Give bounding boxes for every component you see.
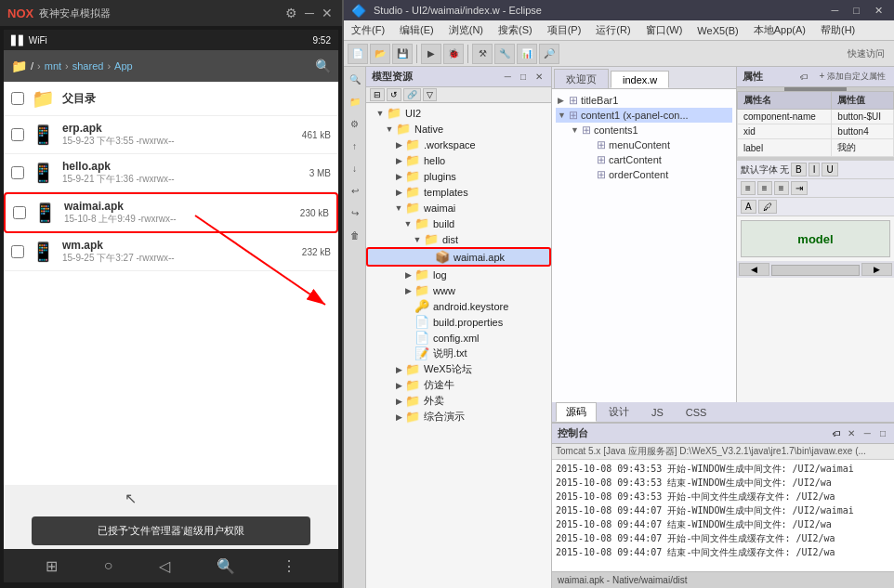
tree-toggle-www[interactable]: ▶ xyxy=(403,286,413,295)
tb-open[interactable]: 📂 xyxy=(370,44,390,64)
tree-item-dist[interactable]: ▼ 📁 dist xyxy=(366,231,551,247)
add-property-button[interactable]: + 添加自定义属性 xyxy=(816,70,888,84)
file-item-hello[interactable]: 📱 hello.apk 15-9-21 下午1:36 -rwxrwx-- 3 M… xyxy=(4,154,338,192)
sidebar-back-icon[interactable]: ↩ xyxy=(347,182,363,199)
sidebar-nav2-icon[interactable]: ↓ xyxy=(347,160,363,176)
tab-source[interactable]: 源码 xyxy=(556,402,597,422)
eclipse-close[interactable]: ✕ xyxy=(871,5,887,17)
back-button[interactable]: ○ xyxy=(104,557,113,574)
pe-collapse-all[interactable]: ⊟ xyxy=(370,88,385,101)
nav-scrollbar[interactable] xyxy=(771,265,860,276)
tree-toggle-log[interactable]: ▶ xyxy=(403,270,413,280)
menu-localapp[interactable]: 本地App(A) xyxy=(746,21,813,39)
menu-edit[interactable]: 编辑(E) xyxy=(392,21,441,39)
tree-toggle-ui2[interactable]: ▼ xyxy=(375,109,385,118)
tree-toggle-plugins[interactable]: ▶ xyxy=(394,172,403,181)
tb-save[interactable]: 💾 xyxy=(392,44,413,64)
tree-toggle-dist[interactable]: ▼ xyxy=(413,235,422,244)
eclipse-maximize[interactable]: □ xyxy=(849,5,863,16)
tree-item-waimai-apk[interactable]: 📦 waimai.apk xyxy=(366,247,551,267)
minimize-icon[interactable]: ─ xyxy=(303,4,316,22)
xml-node-menucontent[interactable]: ⊞ menuContent xyxy=(556,137,732,152)
prop-row-label[interactable]: label 我的 xyxy=(738,139,894,157)
tree-item-forum[interactable]: ▶ 📁 WeX5论坛 xyxy=(366,361,551,377)
tree-item-www[interactable]: ▶ 📁 www xyxy=(366,282,551,298)
tree-item-config[interactable]: 📄 config.xml xyxy=(366,330,551,346)
menu-browse[interactable]: 浏览(N) xyxy=(441,21,491,39)
fm-mnt[interactable]: mnt xyxy=(45,60,61,72)
tree-item-keystore[interactable]: 🔑 android.keystore xyxy=(366,298,551,314)
xml-node-ordercontent[interactable]: ⊞ orderContent xyxy=(556,167,732,182)
bold-button[interactable]: B xyxy=(791,163,807,176)
tree-toggle-waimai[interactable]: ▼ xyxy=(394,203,403,213)
tree-toggle-forum[interactable]: ▶ xyxy=(394,365,403,374)
file-checkbox-waimai[interactable] xyxy=(13,206,26,219)
menu-run[interactable]: 运行(R) xyxy=(588,21,638,39)
tab-css[interactable]: CSS xyxy=(676,404,717,421)
tab-welcome[interactable]: 欢迎页 xyxy=(554,69,609,88)
tree-root-ui2[interactable]: ▼ 📁 UI2 xyxy=(366,105,551,121)
tb-debug[interactable]: 🐞 xyxy=(443,44,464,64)
menu-button[interactable]: ⋮ xyxy=(282,557,296,575)
align-left[interactable]: ≡ xyxy=(741,181,756,195)
console-clear-btn[interactable]: ✕ xyxy=(845,427,858,439)
align-right[interactable]: ≡ xyxy=(774,181,789,195)
tb-new[interactable]: 📄 xyxy=(348,44,368,64)
menu-file[interactable]: 文件(F) xyxy=(344,21,392,39)
file-checkbox-parent[interactable] xyxy=(11,92,24,105)
tb-btn5[interactable]: 📊 xyxy=(517,44,537,64)
search-button[interactable]: 🔍 xyxy=(217,557,235,575)
xml-node-contents1[interactable]: ▼ ⊞ contents1 xyxy=(556,123,732,137)
tree-item-waimai2[interactable]: ▶ 📁 外卖 xyxy=(366,393,551,409)
recent-button[interactable]: ◁ xyxy=(159,557,170,575)
sidebar-search-icon[interactable]: 🔍 xyxy=(347,71,363,87)
xml-node-content1[interactable]: ▼ ⊞ content1 (x-panel-con... xyxy=(556,108,732,123)
indent-btn[interactable]: ⇥ xyxy=(791,181,808,195)
tb-btn3[interactable]: ⚒ xyxy=(472,44,493,64)
eclipse-minimize[interactable]: ─ xyxy=(828,5,843,16)
italic-button[interactable]: I xyxy=(809,163,821,176)
underline-button[interactable]: U xyxy=(822,163,837,176)
home-button[interactable]: ⊞ xyxy=(46,557,58,575)
menu-search[interactable]: 搜索(S) xyxy=(491,21,540,39)
file-checkbox-wm[interactable] xyxy=(11,245,24,258)
align-center[interactable]: ≡ xyxy=(757,181,772,195)
tb-btn6[interactable]: 🔎 xyxy=(539,44,559,64)
pe-close[interactable]: ✕ xyxy=(532,71,546,83)
tb-btn4[interactable]: 🔧 xyxy=(494,44,515,64)
settings-icon[interactable]: ⚙ xyxy=(283,4,299,22)
highlight-btn[interactable]: 🖊 xyxy=(758,200,777,214)
tree-item-templates[interactable]: ▶ 📁 templates xyxy=(366,184,551,200)
menu-window[interactable]: 窗口(W) xyxy=(638,21,690,39)
tree-item-waimai[interactable]: ▼ 📁 waimai xyxy=(366,200,551,216)
tree-toggle-waimai2[interactable]: ▶ xyxy=(394,397,403,406)
xml-node-cartcontent[interactable]: ⊞ cartContent xyxy=(556,152,732,167)
tree-item-readme[interactable]: 📝 说明.txt xyxy=(366,346,551,361)
tree-toggle-zonghe[interactable]: ▶ xyxy=(394,412,403,422)
menu-wex5[interactable]: WeX5(B) xyxy=(690,23,745,38)
menu-help[interactable]: 帮助(H) xyxy=(813,21,862,39)
file-list[interactable]: 📁 父目录 📱 erp.apk 15-9-23 下午3:55 -rwxrwx--… xyxy=(4,82,338,485)
file-checkbox-erp[interactable] xyxy=(11,128,24,141)
tree-toggle-native[interactable]: ▼ xyxy=(385,124,394,134)
nav-prev-btn[interactable]: ◀ xyxy=(739,263,769,276)
tree-item-zonghe[interactable]: ▶ 📁 综合演示 xyxy=(366,409,551,425)
tree-toggle-templates[interactable]: ▶ xyxy=(394,188,403,197)
pe-link[interactable]: 🔗 xyxy=(403,88,421,101)
tree-item-native[interactable]: ▼ 📁 Native xyxy=(366,121,551,137)
tree-item-plugins[interactable]: ▶ 📁 plugins xyxy=(366,168,551,184)
sidebar-folder-icon[interactable]: 📁 xyxy=(347,93,363,110)
tree-toggle-build[interactable]: ▼ xyxy=(403,219,413,229)
console-maximize-btn[interactable]: □ xyxy=(877,427,888,439)
tree-toggle-hello[interactable]: ▶ xyxy=(394,156,403,165)
sidebar-trash-icon[interactable]: 🗑 xyxy=(347,227,363,243)
tab-indexw[interactable]: index.w xyxy=(611,71,669,88)
pe-refresh[interactable]: ↺ xyxy=(387,88,401,101)
nav-next-btn[interactable]: ▶ xyxy=(861,263,892,276)
tree-item-fangtuniu[interactable]: ▶ 📁 仿途牛 xyxy=(366,377,551,393)
menu-project[interactable]: 项目(P) xyxy=(540,21,589,39)
properties-scrollbar[interactable] xyxy=(737,87,894,91)
xml-tree[interactable]: ▶ ⊞ titleBar1 ▼ ⊞ content1 (x-panel-con.… xyxy=(552,89,736,402)
file-item-wm[interactable]: 📱 wm.apk 15-9-25 下午3:27 -rwxrwx-- 232 kB xyxy=(4,233,338,271)
sidebar-settings-icon[interactable]: ⚙ xyxy=(347,115,363,132)
